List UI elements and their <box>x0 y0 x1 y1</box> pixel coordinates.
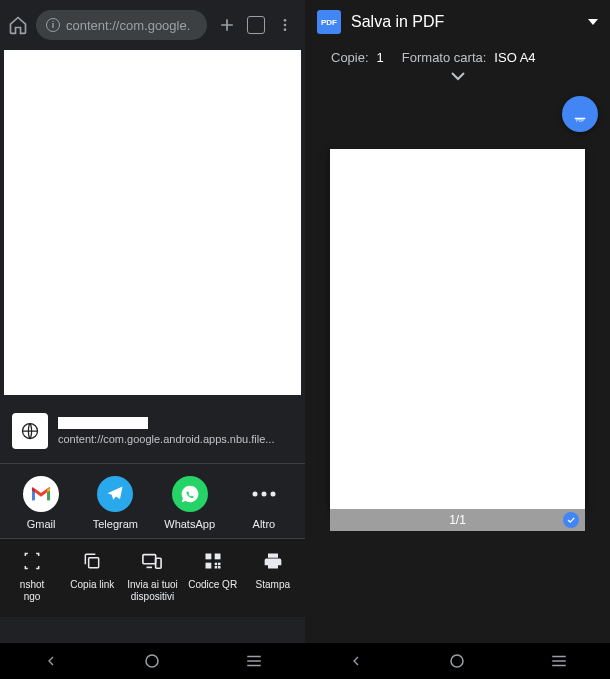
svg-rect-11 <box>214 554 220 560</box>
svg-point-1 <box>284 24 287 27</box>
svg-text:PDF: PDF <box>576 119 584 123</box>
svg-rect-8 <box>143 555 156 564</box>
app-label: Altro <box>253 518 276 530</box>
svg-rect-16 <box>218 563 221 566</box>
menu-icon[interactable] <box>273 13 297 37</box>
app-label: WhatsApp <box>164 518 215 530</box>
print-icon <box>261 549 285 573</box>
action-label: Stampa <box>256 579 290 591</box>
pdf-print-panel: PDF Salva in PDF Copie:1 Formato carta:I… <box>305 0 610 679</box>
action-label: Copia link <box>70 579 114 591</box>
pdf-badge-icon: PDF <box>317 10 341 34</box>
action-send-devices[interactable]: Invia ai tuoidispositivi <box>122 549 182 603</box>
share-header: content://com.google.android.apps.nbu.fi… <box>0 403 305 459</box>
android-navbar <box>0 643 305 679</box>
nav-back[interactable] <box>39 649 63 673</box>
pdf-header[interactable]: PDF Salva in PDF <box>305 0 610 44</box>
tabs-icon[interactable] <box>247 16 265 34</box>
page-selected-check-icon[interactable] <box>563 512 579 528</box>
app-label: Telegram <box>93 518 138 530</box>
svg-point-2 <box>284 28 287 31</box>
expand-toggle[interactable] <box>305 69 610 89</box>
share-url: content://com.google.android.apps.nbu.fi… <box>58 433 293 445</box>
copies-value[interactable]: 1 <box>377 50 384 65</box>
svg-rect-9 <box>156 558 161 568</box>
action-label: nshotngo <box>20 579 44 603</box>
screenshot-icon <box>20 549 44 573</box>
svg-point-6 <box>270 492 275 497</box>
svg-point-4 <box>252 492 257 497</box>
page-preview[interactable] <box>330 149 585 509</box>
nav-recent[interactable] <box>242 649 266 673</box>
share-title-redacted <box>58 417 148 429</box>
share-actions-row: nshotngo Copia link Invia ai tuoidisposi… <box>0 538 305 617</box>
pdf-destination-title: Salva in PDF <box>351 13 578 31</box>
svg-point-17 <box>146 655 158 667</box>
svg-point-0 <box>284 19 287 22</box>
browser-share-panel: i content://com.google. content://com.go… <box>0 0 305 679</box>
browser-toolbar: i content://com.google. <box>0 0 305 50</box>
action-label: Codice QR <box>188 579 237 591</box>
svg-rect-15 <box>214 566 217 569</box>
info-icon: i <box>46 18 60 32</box>
android-navbar <box>305 643 610 679</box>
nav-home[interactable] <box>445 649 469 673</box>
copies-label: Copie:1 <box>331 50 384 65</box>
whatsapp-icon <box>172 476 208 512</box>
app-label: Gmail <box>27 518 56 530</box>
share-app-more[interactable]: Altro <box>233 476 295 530</box>
preview-area: 1/1 <box>305 89 610 643</box>
share-thumbnail <box>12 413 48 449</box>
qr-icon <box>201 549 225 573</box>
svg-rect-7 <box>89 558 99 568</box>
pdf-settings-row: Copie:1 Formato carta:ISO A4 <box>305 44 610 69</box>
new-tab-icon[interactable] <box>215 13 239 37</box>
action-screenshot[interactable]: nshotngo <box>2 549 62 603</box>
save-pdf-fab[interactable]: PDF <box>562 96 598 132</box>
share-app-whatsapp[interactable]: WhatsApp <box>159 476 221 530</box>
gmail-icon <box>23 476 59 512</box>
share-app-telegram[interactable]: Telegram <box>84 476 146 530</box>
action-label: Invia ai tuoidispositivi <box>127 579 178 603</box>
action-print[interactable]: Stampa <box>243 549 303 603</box>
divider <box>0 463 305 464</box>
home-icon[interactable] <box>8 15 28 35</box>
more-icon <box>246 476 282 512</box>
url-text: content://com.google. <box>66 18 190 33</box>
url-bar[interactable]: i content://com.google. <box>36 10 207 40</box>
copy-icon <box>80 549 104 573</box>
telegram-icon <box>97 476 133 512</box>
paper-value[interactable]: ISO A4 <box>494 50 535 65</box>
share-app-gmail[interactable]: Gmail <box>10 476 72 530</box>
svg-rect-14 <box>218 566 221 569</box>
share-apps-row: Gmail Telegram WhatsApp Altro <box>0 468 305 538</box>
share-info: content://com.google.android.apps.nbu.fi… <box>58 417 293 445</box>
page-indicator-bar: 1/1 <box>330 509 585 531</box>
nav-back[interactable] <box>344 649 368 673</box>
nav-home[interactable] <box>140 649 164 673</box>
svg-point-5 <box>261 492 266 497</box>
nav-recent[interactable] <box>547 649 571 673</box>
page-content <box>4 50 301 395</box>
svg-rect-13 <box>214 563 217 566</box>
paper-label: Formato carta:ISO A4 <box>402 50 536 65</box>
svg-rect-10 <box>205 554 211 560</box>
svg-rect-12 <box>205 563 211 569</box>
action-qr-code[interactable]: Codice QR <box>183 549 243 603</box>
action-copy-link[interactable]: Copia link <box>62 549 122 603</box>
dropdown-caret-icon[interactable] <box>588 19 598 25</box>
page-indicator: 1/1 <box>449 513 466 527</box>
devices-icon <box>140 549 164 573</box>
svg-point-19 <box>451 655 463 667</box>
